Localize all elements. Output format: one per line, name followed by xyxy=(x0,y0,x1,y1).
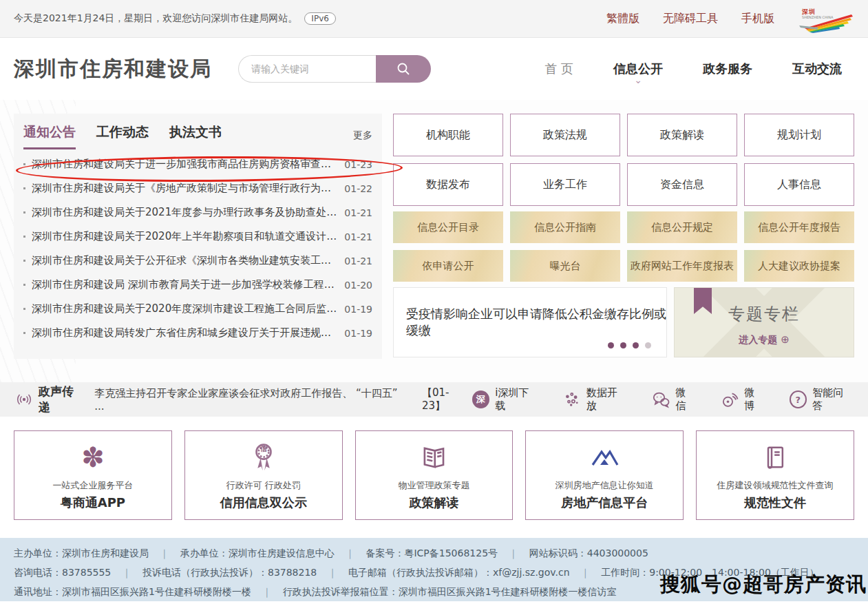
welcome-text: 今天是2021年1月24日，星期日，欢迎您访问深圳市住建局网站。 xyxy=(14,12,297,25)
ipv6-badge[interactable]: IPv6 xyxy=(304,12,336,25)
main-nav: 首 页 信息公开 ⌄ 政务服务 互动交流 xyxy=(544,61,854,77)
quicklink-disclosure-catalog[interactable]: 信息公开目录 xyxy=(393,211,503,243)
card-policy-interpretation[interactable]: 物业管理政策专题 政策解读 xyxy=(355,430,514,520)
carousel-dot[interactable] xyxy=(633,342,639,348)
tool-wechat[interactable]: 微信 xyxy=(652,386,696,413)
news-item-title: 深圳市住房和建设局关于2020年上半年勘察项目和轨道交通设计项... xyxy=(32,230,338,243)
card-real-estate-platform[interactable]: 深圳房地产信息让你知道 房地产信息平台 xyxy=(525,430,684,520)
white-link-grid: 机构职能 政策法规 政策解读 规划计划 数据发布 业务工作 资金信息 人事信息 xyxy=(393,114,854,206)
carousel-dots xyxy=(608,342,651,348)
footer-sponsor: 主办单位：深圳市住房和建设局 xyxy=(14,543,149,563)
chevron-down-icon: ⌄ xyxy=(634,74,642,85)
quicklink-website-annual-report[interactable]: 政府网站工作年度报表 xyxy=(627,250,737,282)
voice-date: 【01-23】 xyxy=(422,386,472,413)
search-icon xyxy=(395,61,412,77)
topbar-left: 今天是2021年1月24日，星期日，欢迎您访问深圳市住建局网站。 IPv6 xyxy=(14,12,336,25)
news-item[interactable]: 深圳市住房和建设局关于2021年度参与办理行政事务及协助查处建... 01-21 xyxy=(23,200,372,225)
card-title: 规范性文件 xyxy=(744,494,806,511)
separator: ｜ xyxy=(328,563,337,582)
bullet-icon xyxy=(23,308,25,310)
news-item[interactable]: 深圳市住房和建设局关于进一步加强我市商品住房购房资格审查和... 01-23 xyxy=(23,152,372,176)
search-input[interactable] xyxy=(238,55,376,83)
card-credit-disclosure[interactable]: 信 行政许可 行政处罚 信用信息双公示 xyxy=(184,430,343,520)
news-item[interactable]: 深圳市住房和建设局关于公开征求《深圳市各类物业建筑安装工程... 01-21 xyxy=(23,249,372,273)
quicklink-policies-regulations[interactable]: 政策法规 xyxy=(510,114,620,156)
news-item-date: 01-21 xyxy=(344,207,372,218)
carousel-dot[interactable] xyxy=(645,342,651,348)
quicklink-org-functions[interactable]: 机构职能 xyxy=(393,114,503,156)
nav-info-disclosure[interactable]: 信息公开 ⌄ xyxy=(613,61,663,77)
quicklink-policy-interpretation[interactable]: 政策解读 xyxy=(627,114,737,156)
medal-icon: 信 xyxy=(249,439,278,475)
carousel-dot[interactable] xyxy=(620,342,626,348)
quicklink-business-work[interactable]: 业务工作 xyxy=(510,163,620,206)
enter-special-label: 进入专题 xyxy=(739,334,777,345)
footer-site-code: 网站标识码：4403000005 xyxy=(529,543,648,563)
tool-iszdownload[interactable]: 深 i深圳下载 xyxy=(472,386,539,413)
search-button[interactable] xyxy=(376,55,431,83)
more-link[interactable]: 更多 xyxy=(353,129,372,149)
news-item[interactable]: 深圳市住房和建设局 深圳市教育局关于进一步加强学校装修工程质... 01-20 xyxy=(23,273,372,297)
carousel-banner[interactable]: 受疫情影响企业可以申请降低公积金缴存比例或缓缴 xyxy=(393,287,667,357)
wechat-icon xyxy=(652,390,670,409)
news-item[interactable]: 深圳市住房和建设局转发广东省住房和城乡建设厅关于开展违规海... 01-19 xyxy=(23,321,372,345)
nav-government-services[interactable]: 政务服务 xyxy=(703,61,752,77)
card-title: 粤商通APP xyxy=(61,494,125,511)
card-regulatory-documents[interactable]: 住房建设领域规范性文件查询 规范性文件 xyxy=(696,430,854,520)
nav-interaction[interactable]: 互动交流 xyxy=(792,61,842,77)
tab-enforcement-documents[interactable]: 执法文书 xyxy=(169,123,222,149)
card-yueshangtong-app[interactable]: ✽ 一站式企业服务平台 粤商通APP xyxy=(14,430,172,520)
quicklink-data-release[interactable]: 数据发布 xyxy=(393,163,503,206)
card-title: 信用信息双公示 xyxy=(220,494,307,511)
nav-info-disclosure-label: 信息公开 xyxy=(613,61,663,76)
quicklink-disclosure-guide[interactable]: 信息公开指南 xyxy=(510,211,620,243)
tool-label: 微信 xyxy=(675,386,695,413)
tool-weibo[interactable]: 微博 xyxy=(721,386,765,413)
special-column-box[interactable]: 专题专栏 进入专题 ⊕ xyxy=(674,287,854,357)
banner-row: 受疫情影响企业可以申请降低公积金缴存比例或缓缴 专题专栏 进入专题 xyxy=(393,287,854,357)
special-column-title: 专题专栏 xyxy=(675,303,854,325)
news-item-date: 01-21 xyxy=(344,231,372,242)
footer-icp: 备案号：粤ICP备15068125号 xyxy=(366,543,498,563)
quicklink-request-disclosure[interactable]: 依申请公开 xyxy=(393,250,503,282)
page: 今天是2021年1月24日，星期日，欢迎您访问深圳市住建局网站。 IPv6 繁體… xyxy=(0,0,868,604)
quicklink-disclosure-rules[interactable]: 信息公开规定 xyxy=(627,211,737,243)
news-item-title: 深圳市住房和建设局关于公开征求《深圳市各类物业建筑安装工程... xyxy=(32,254,338,267)
nav-home[interactable]: 首 页 xyxy=(544,61,573,77)
quicklink-exposure-platform[interactable]: 曝光台 xyxy=(510,250,620,282)
bullet-icon xyxy=(23,211,25,214)
data-cluster-icon xyxy=(563,390,581,408)
news-item-date: 01-22 xyxy=(344,183,372,194)
separator: ｜ xyxy=(262,582,272,601)
link-mobile-version[interactable]: 手机版 xyxy=(741,12,774,26)
link-accessibility-tools[interactable]: 无障碍工具 xyxy=(663,12,718,26)
quicklink-npc-cppcc-proposals[interactable]: 人大建议政协提案 xyxy=(744,250,854,282)
i-shenzhen-icon: 深 xyxy=(472,390,490,408)
tool-smart-qa[interactable]: ? 智能问答 xyxy=(790,386,853,413)
link-traditional-chinese[interactable]: 繁體版 xyxy=(606,12,639,26)
news-item[interactable]: 深圳市住房和建设局关于《房地产政策制定与市场管理行政行为规... 01-22 xyxy=(23,176,372,200)
bullet-icon xyxy=(23,236,25,238)
quicklink-personnel-info[interactable]: 人事信息 xyxy=(744,163,854,206)
question-head-icon: ? xyxy=(790,390,807,408)
voice-label: 政声传递 xyxy=(39,384,85,415)
separator: ｜ xyxy=(509,543,518,563)
carousel-dot[interactable] xyxy=(608,342,614,348)
tab-notices[interactable]: 通知公告 xyxy=(23,123,76,149)
tab-work-updates[interactable]: 工作动态 xyxy=(96,123,149,149)
footer-undertaker: 承办单位：深圳市住房建设信息中心 xyxy=(180,543,335,563)
books-icon xyxy=(419,439,448,475)
voice-headline[interactable]: 李克强主持召开专家企业家座谈会征求对政府工作报告、 “十四五” ... xyxy=(94,387,407,413)
separator: ｜ xyxy=(346,543,355,563)
quicklink-planning[interactable]: 规划计划 xyxy=(744,114,854,156)
quicklink-annual-report[interactable]: 信息公开年度报告 xyxy=(744,211,854,243)
separator: ｜ xyxy=(581,563,591,582)
tool-open-data[interactable]: 数据开放 xyxy=(563,386,626,413)
bullet-icon xyxy=(23,284,25,286)
tool-label: 微博 xyxy=(744,386,764,413)
news-item-date: 01-21 xyxy=(344,256,372,267)
enter-special-link[interactable]: 进入专题 ⊕ xyxy=(675,333,854,346)
news-item[interactable]: 深圳市住房和建设局关于2020年度深圳市建设工程施工合同后监管... 01-19 xyxy=(23,297,372,321)
quicklink-funds-info[interactable]: 资金信息 xyxy=(627,163,737,206)
news-item[interactable]: 深圳市住房和建设局关于2020年上半年勘察项目和轨道交通设计项... 01-21 xyxy=(23,225,372,249)
